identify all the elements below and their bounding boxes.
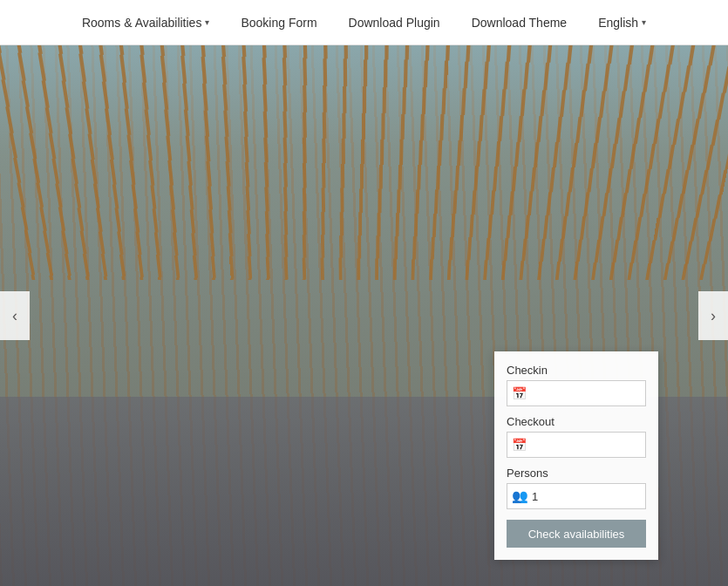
checkin-input[interactable] bbox=[507, 380, 646, 406]
nav-download-plugin-label: Download Plugin bbox=[349, 16, 440, 30]
nav-download-theme-label: Download Theme bbox=[472, 16, 567, 30]
nav-booking-form[interactable]: Booking Form bbox=[241, 16, 316, 30]
rooms-dropdown-chevron: ▾ bbox=[205, 17, 209, 27]
prev-arrow[interactable]: ‹ bbox=[0, 291, 30, 340]
checkin-label: Checkin bbox=[507, 364, 646, 377]
language-dropdown-chevron: ▾ bbox=[642, 17, 646, 27]
hero-section: ‹ › Checkin 📅 Checkout 📅 Persons 👥 Check… bbox=[0, 45, 728, 586]
nav-rooms-availabilities[interactable]: Rooms & Availabilities ▾ bbox=[82, 16, 209, 30]
booking-panel: Checkin 📅 Checkout 📅 Persons 👥 Check ava… bbox=[494, 351, 658, 560]
nav-rooms-availabilities-label: Rooms & Availabilities bbox=[82, 16, 201, 30]
checkout-wrapper: 📅 bbox=[507, 432, 646, 458]
next-arrow-icon: › bbox=[711, 307, 716, 325]
persons-label: Persons bbox=[507, 467, 646, 480]
nav-booking-form-label: Booking Form bbox=[241, 16, 316, 30]
next-arrow[interactable]: › bbox=[698, 291, 728, 340]
nav-language[interactable]: English ▾ bbox=[598, 16, 646, 30]
check-availabilities-label: Check availabilities bbox=[528, 528, 625, 541]
checkout-label: Checkout bbox=[507, 415, 646, 428]
prev-arrow-icon: ‹ bbox=[12, 307, 17, 325]
persons-icon: 👥 bbox=[512, 488, 528, 504]
checkin-wrapper: 📅 bbox=[507, 380, 646, 406]
main-nav: Rooms & Availabilities ▾ Booking Form Do… bbox=[0, 0, 728, 45]
persons-wrapper: 👥 bbox=[507, 483, 646, 509]
checkin-calendar-icon: 📅 bbox=[512, 386, 527, 400]
nav-download-plugin[interactable]: Download Plugin bbox=[349, 16, 440, 30]
checkout-input[interactable] bbox=[507, 432, 646, 458]
nav-language-label: English bbox=[598, 16, 638, 30]
checkout-calendar-icon: 📅 bbox=[512, 438, 527, 452]
check-availabilities-button[interactable]: Check availabilities bbox=[507, 520, 646, 548]
nav-download-theme[interactable]: Download Theme bbox=[472, 16, 567, 30]
